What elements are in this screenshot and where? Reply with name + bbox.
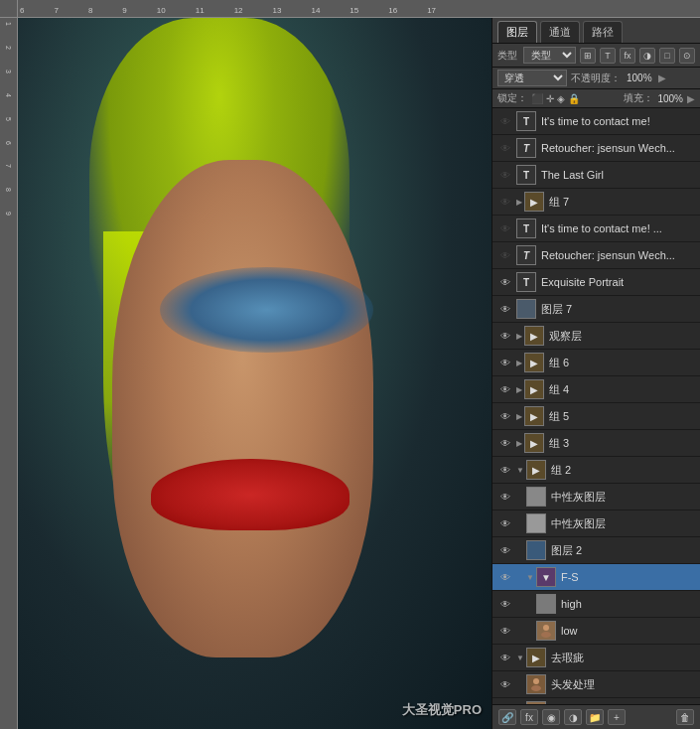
layer-item[interactable]: 👁▶▶组 6 <box>492 350 700 376</box>
layer-visibility-toggle[interactable]: 👁 <box>497 328 513 344</box>
folder-expand-arrow[interactable]: ▶ <box>516 439 522 448</box>
folder-expand-arrow[interactable]: ▶ <box>516 359 522 367</box>
folder-expand-arrow[interactable]: ▼ <box>516 654 524 662</box>
layer-item[interactable]: 👁▶▶观察层 <box>492 323 700 350</box>
layer-item[interactable]: 👁中性灰图层 <box>492 510 700 537</box>
lock-art-icon[interactable]: ◈ <box>557 93 565 104</box>
shape-icon-btn[interactable]: □ <box>659 48 675 64</box>
lock-label: 锁定： <box>497 91 527 105</box>
layer-item[interactable]: 👁▶▶组 7 <box>492 189 700 216</box>
layer-visibility-toggle[interactable]: 👁 <box>497 489 513 505</box>
eye-icon: 👁 <box>500 197 510 208</box>
layer-thumbnail <box>526 513 546 533</box>
layer-visibility-toggle[interactable]: 👁 <box>497 515 513 531</box>
panel-row3: 锁定： ⬛ ✛ ◈ 🔒 填充： 100% ▶ <box>492 89 700 108</box>
folder-expand-arrow[interactable]: ▼ <box>516 466 524 475</box>
fx-icon-btn[interactable]: fx <box>620 48 635 64</box>
folder-expand-arrow[interactable]: ▶ <box>516 332 522 341</box>
layer-thumbnail: T <box>516 138 536 158</box>
delete-layer-btn[interactable]: 🗑 <box>676 709 694 725</box>
layer-item[interactable]: 👁TIt's time to contact me! ... <box>492 216 700 242</box>
layer-item[interactable]: 👁▼▼F-S <box>492 564 700 591</box>
lock-move-icon[interactable]: ✛ <box>546 93 554 104</box>
folder-expand-arrow[interactable]: ▶ <box>516 385 522 394</box>
layer-name: Retoucher: jsensun Wech... <box>541 142 695 154</box>
group-btn[interactable]: 📁 <box>586 709 604 725</box>
layer-visibility-toggle[interactable]: 👁 <box>497 650 513 665</box>
layer-visibility-toggle[interactable]: 👁 <box>497 194 513 210</box>
layer-visibility-toggle[interactable]: 👁 <box>497 247 513 263</box>
layer-item[interactable]: 👁中性灰图层 <box>492 484 700 510</box>
eye-icon: 👁 <box>500 170 510 181</box>
folder-expand-arrow[interactable]: ▶ <box>516 412 522 421</box>
layer-name: 校正 <box>551 704 695 705</box>
mask-btn[interactable]: ◉ <box>542 709 560 725</box>
new-layer-btn[interactable]: + <box>608 709 626 725</box>
layer-visibility-toggle[interactable]: 👁 <box>497 167 513 183</box>
eye-icon: 👁 <box>500 384 510 395</box>
layer-visibility-toggle[interactable]: 👁 <box>497 113 513 129</box>
layer-item[interactable]: 👁TExquisite Portrait <box>492 269 700 296</box>
layer-style-btn[interactable]: fx <box>520 709 538 725</box>
layer-item[interactable]: 👁▶▶组 3 <box>492 430 700 457</box>
layer-item[interactable]: 👁头发处理 <box>492 671 700 698</box>
eye-icon: 👁 <box>500 358 510 368</box>
layer-visibility-toggle[interactable]: 👁 <box>497 623 513 639</box>
fill-arrow[interactable]: ▶ <box>687 93 695 104</box>
text-icon-btn[interactable]: T <box>600 48 616 64</box>
opacity-value: 100% <box>627 73 652 83</box>
layer-item[interactable]: 👁TRetoucher: jsensun Wech... <box>492 135 700 162</box>
filter-icon-btn[interactable]: ⊞ <box>580 48 596 64</box>
face-skin <box>112 160 372 657</box>
layer-visibility-toggle[interactable]: 👁 <box>497 703 513 704</box>
tab-channels[interactable]: 通道 <box>540 21 580 43</box>
lock-all-icon[interactable]: 🔒 <box>568 93 580 104</box>
layer-visibility-toggle[interactable]: 👁 <box>497 676 513 692</box>
eye-icon: 👁 <box>500 143 510 154</box>
folder-expand-arrow[interactable]: ▶ <box>516 198 522 207</box>
tab-layers[interactable]: 图层 <box>497 21 537 43</box>
panel-tabs: 图层 通道 路径 <box>492 18 700 44</box>
layer-name: high <box>561 598 695 610</box>
layer-item[interactable]: 👁▼▶去瑕疵 <box>492 645 700 671</box>
opacity-arrow[interactable]: ▶ <box>658 73 666 83</box>
layer-item[interactable]: 👁TRetoucher: jsensun Wech... <box>492 242 700 269</box>
eye-icon: 👁 <box>500 653 510 663</box>
layer-visibility-toggle[interactable]: 👁 <box>497 408 513 424</box>
layer-thumbnail: ▶ <box>526 648 546 667</box>
layer-visibility-toggle[interactable]: 👁 <box>497 220 513 236</box>
mode-select[interactable]: 穿透 <box>497 70 567 86</box>
layer-visibility-toggle[interactable]: 👁 <box>497 569 513 585</box>
layer-item[interactable]: 👁图层 2 <box>492 537 700 564</box>
layer-visibility-toggle[interactable]: 👁 <box>497 301 513 317</box>
layer-item[interactable]: 👁▶▶组 5 <box>492 403 700 430</box>
layer-visibility-toggle[interactable]: 👁 <box>497 435 513 451</box>
layer-item[interactable]: 👁图层 7 <box>492 296 700 323</box>
adj-icon-btn[interactable]: ◑ <box>639 48 655 64</box>
layer-thumbnail <box>526 540 546 560</box>
adjustment-btn[interactable]: ◑ <box>564 709 582 725</box>
smart-icon-btn[interactable]: ⊙ <box>679 48 695 64</box>
layer-item[interactable]: 👁high <box>492 591 700 618</box>
folder-expand-arrow[interactable]: ▼ <box>526 573 534 582</box>
layer-item[interactable]: 👁TThe Last Girl <box>492 162 700 189</box>
layer-visibility-toggle[interactable]: 👁 <box>497 140 513 156</box>
layer-visibility-toggle[interactable]: 👁 <box>497 381 513 397</box>
link-layers-btn[interactable]: 🔗 <box>498 709 516 725</box>
layer-item[interactable]: 👁TIt's time to contact me! <box>492 108 700 135</box>
layer-item[interactable]: 👁▼▶组 2 <box>492 457 700 484</box>
layer-item[interactable]: 👁校正 <box>492 698 700 704</box>
layer-visibility-toggle[interactable]: 👁 <box>497 274 513 290</box>
lock-pixels-icon[interactable]: ⬛ <box>531 93 543 104</box>
eye-shadow <box>160 267 373 353</box>
layer-item[interactable]: 👁low <box>492 618 700 645</box>
type-select[interactable]: 类型 <box>523 47 576 64</box>
layer-visibility-toggle[interactable]: 👁 <box>497 462 513 478</box>
layer-thumbnail: ▶ <box>524 433 544 453</box>
layer-visibility-toggle[interactable]: 👁 <box>497 542 513 558</box>
layer-item[interactable]: 👁▶▶组 4 <box>492 376 700 403</box>
layer-visibility-toggle[interactable]: 👁 <box>497 355 513 370</box>
tab-paths[interactable]: 路径 <box>583 21 623 43</box>
panel-bottom-toolbar: 🔗 fx ◉ ◑ 📁 + 🗑 <box>492 704 700 729</box>
layer-visibility-toggle[interactable]: 👁 <box>497 596 513 612</box>
